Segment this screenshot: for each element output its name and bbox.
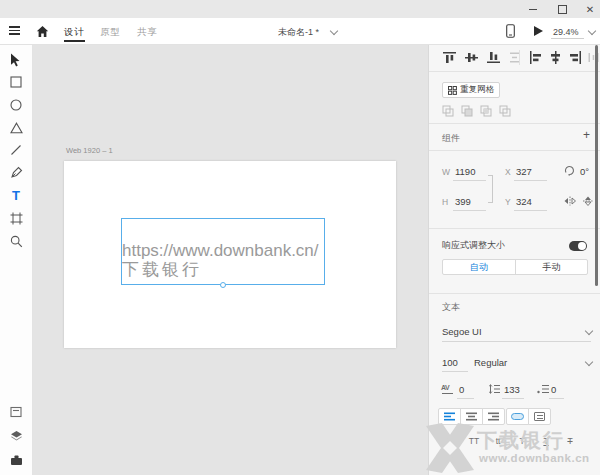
align-vertical-center-button[interactable] bbox=[465, 51, 478, 64]
document-title-chevron-down-icon[interactable] bbox=[330, 27, 338, 35]
rectangle-tool-button[interactable] bbox=[6, 73, 26, 91]
add-component-button[interactable]: + bbox=[583, 128, 590, 142]
width-field-underline bbox=[453, 180, 486, 181]
tab-share[interactable]: 共享 bbox=[137, 26, 158, 39]
x-field-underline bbox=[514, 180, 547, 181]
font-weight-select[interactable]: Regular bbox=[474, 357, 507, 368]
design-canvas[interactable]: Web 1920 – 1 https://www.downbank.cn/ 下载… bbox=[33, 45, 428, 475]
magnifier-icon bbox=[10, 235, 23, 248]
window-close-button[interactable]: ✕ bbox=[584, 4, 596, 15]
width-field-label: W bbox=[442, 167, 450, 177]
character-spacing-field[interactable]: 0 bbox=[459, 384, 464, 395]
rotation-value[interactable]: 0° bbox=[580, 166, 589, 177]
tab-design[interactable]: 设计 bbox=[64, 26, 85, 39]
document-title[interactable]: 未命名-1 * bbox=[278, 26, 319, 39]
responsive-resize-label: 响应式调整大小 bbox=[442, 239, 505, 252]
device-preview-button[interactable] bbox=[506, 24, 515, 42]
hamburger-menu-button[interactable] bbox=[9, 24, 20, 37]
rotation-control[interactable] bbox=[564, 165, 575, 176]
y-field-value[interactable]: 324 bbox=[516, 196, 532, 207]
repeat-grid-button[interactable]: 重复网格 bbox=[442, 82, 500, 98]
flip-vertical-button[interactable] bbox=[582, 196, 594, 206]
align-horizontal-center-button[interactable] bbox=[549, 51, 562, 64]
zoom-tool-button[interactable] bbox=[6, 232, 26, 250]
lock-aspect-ratio-bracket[interactable] bbox=[488, 175, 493, 203]
selection-resize-handle[interactable] bbox=[220, 282, 226, 288]
line-spacing-field[interactable]: 133 bbox=[504, 384, 520, 395]
artboard-label[interactable]: Web 1920 – 1 bbox=[66, 146, 113, 155]
assets-panel-button[interactable] bbox=[6, 403, 26, 421]
layers-panel-button[interactable] bbox=[6, 427, 26, 445]
polygon-tool-button[interactable] bbox=[6, 119, 26, 137]
case-none-button[interactable]: T bbox=[510, 436, 534, 446]
boolean-intersect-button-disabled bbox=[480, 105, 492, 117]
component-section-header: 组件 bbox=[442, 132, 460, 145]
auto-width-button[interactable] bbox=[506, 408, 529, 425]
window-minimize-button[interactable] bbox=[527, 4, 539, 15]
width-field-value[interactable]: 1190 bbox=[455, 166, 475, 177]
text-align-right-button[interactable] bbox=[482, 408, 505, 425]
tools-sidebar: T bbox=[0, 45, 33, 475]
cursor-icon bbox=[10, 53, 22, 67]
zoom-chevron-down-icon[interactable] bbox=[588, 27, 596, 35]
tab-prototype[interactable]: 原型 bbox=[100, 26, 121, 39]
font-weight-chevron-down-icon[interactable] bbox=[585, 358, 593, 366]
text-align-group bbox=[438, 408, 504, 425]
flip-horizontal-button[interactable] bbox=[564, 196, 576, 206]
text-tool-icon: T bbox=[12, 188, 20, 203]
x-field-value[interactable]: 327 bbox=[516, 166, 532, 177]
tab-design-underline bbox=[64, 40, 85, 42]
home-button[interactable] bbox=[36, 24, 49, 42]
resize-manual-button[interactable]: 手动 bbox=[515, 260, 588, 274]
paragraph-spacing-field[interactable]: 0 bbox=[551, 384, 556, 395]
ellipse-icon bbox=[10, 99, 22, 111]
pen-tool-button[interactable] bbox=[6, 163, 26, 181]
fixed-size-button[interactable] bbox=[528, 408, 551, 425]
grid-icon bbox=[448, 86, 457, 95]
panel-divider bbox=[429, 71, 600, 72]
case-upper-button[interactable]: TT bbox=[462, 436, 486, 446]
y-field-underline bbox=[514, 210, 547, 211]
align-bottom-button[interactable] bbox=[487, 51, 500, 64]
align-left-button[interactable] bbox=[529, 51, 542, 64]
character-spacing-icon: AV bbox=[441, 384, 449, 391]
flip-horizontal-icon bbox=[564, 196, 576, 206]
height-field-value[interactable]: 399 bbox=[455, 196, 471, 207]
text-align-left-button[interactable] bbox=[438, 408, 461, 425]
text-case-group: Tt TT tt T T T bbox=[438, 436, 582, 446]
ellipse-tool-button[interactable] bbox=[6, 96, 26, 114]
window-maximize-button[interactable] bbox=[556, 4, 568, 15]
play-preview-button[interactable] bbox=[534, 26, 543, 36]
zoom-level-value[interactable]: 29.4% bbox=[553, 27, 579, 37]
boolean-subtract-button-disabled bbox=[461, 105, 473, 117]
case-lower-button[interactable]: tt bbox=[486, 436, 510, 446]
text-section-header: 文本 bbox=[442, 301, 460, 314]
triangle-icon bbox=[10, 122, 23, 134]
selection-box[interactable] bbox=[121, 218, 325, 285]
resize-auto-button[interactable]: 自动 bbox=[443, 260, 515, 274]
height-field-label: H bbox=[442, 197, 448, 207]
align-top-button[interactable] bbox=[443, 51, 456, 64]
artboard-tool-button[interactable] bbox=[6, 209, 26, 227]
text-tool-button[interactable]: T bbox=[6, 186, 26, 204]
font-family-chevron-down-icon[interactable] bbox=[585, 327, 593, 335]
case-title-button[interactable]: Tt bbox=[438, 436, 462, 446]
panel-divider bbox=[429, 150, 600, 151]
underline-button[interactable]: T bbox=[534, 436, 558, 446]
select-tool-button[interactable] bbox=[6, 51, 26, 69]
font-family-select[interactable]: Segoe UI bbox=[442, 326, 482, 337]
plugins-panel-button[interactable] bbox=[6, 451, 26, 469]
panel-divider bbox=[429, 123, 600, 124]
align-right-button[interactable] bbox=[569, 51, 582, 64]
zoom-level-underline bbox=[551, 38, 584, 39]
strikethrough-button[interactable]: T bbox=[558, 436, 582, 446]
maximize-icon bbox=[558, 5, 567, 14]
line-tool-button[interactable] bbox=[6, 141, 26, 159]
resize-mode-segmented-control: 自动 手动 bbox=[442, 259, 588, 275]
font-size-field[interactable]: 100 bbox=[442, 357, 458, 368]
text-align-center-button[interactable] bbox=[460, 408, 483, 425]
character-spacing-underline bbox=[457, 398, 474, 399]
responsive-resize-toggle[interactable] bbox=[569, 241, 587, 251]
panel-scrollbar[interactable] bbox=[595, 45, 598, 286]
boolean-union-button-disabled bbox=[442, 105, 454, 117]
